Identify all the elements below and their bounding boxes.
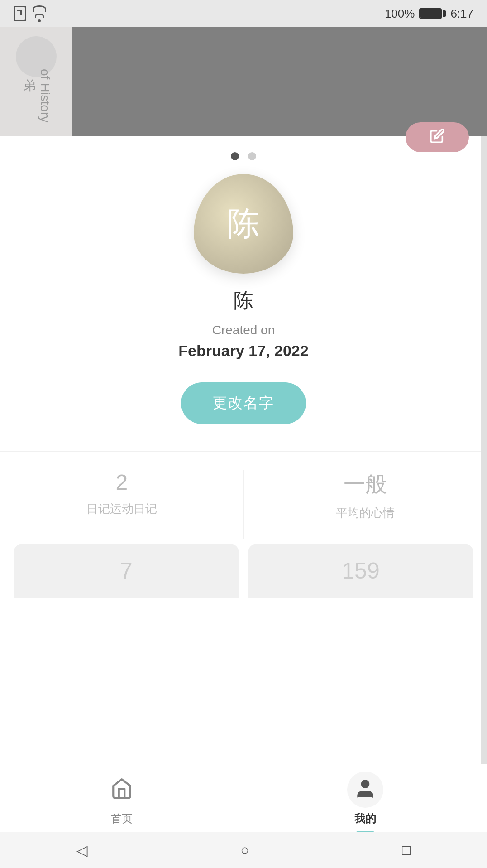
change-name-button[interactable]: 更改名字 bbox=[181, 382, 306, 424]
card-2: 159 bbox=[248, 544, 473, 598]
stat-diary-value: 2 bbox=[115, 470, 128, 495]
card-2-value: 159 bbox=[342, 558, 379, 584]
stat-diary: 2 日记运动日记 bbox=[0, 470, 244, 539]
battery-percentage: 100% bbox=[385, 7, 415, 21]
created-label: Created on bbox=[0, 323, 487, 338]
clock: 6:17 bbox=[450, 7, 473, 21]
person-icon-wrap bbox=[347, 772, 383, 808]
card-1-value: 7 bbox=[120, 558, 133, 584]
sim-icon bbox=[14, 6, 26, 21]
dot-2[interactable] bbox=[248, 152, 256, 160]
profile-name: 陈 bbox=[0, 287, 487, 314]
nav-label-mine: 我的 bbox=[354, 811, 376, 826]
home-icon-wrap bbox=[104, 772, 140, 808]
wifi-icon bbox=[33, 5, 46, 22]
edit-button[interactable] bbox=[406, 122, 469, 152]
created-date: February 17, 2022 bbox=[0, 342, 487, 360]
home-icon bbox=[110, 777, 133, 802]
card-1: 7 bbox=[14, 544, 239, 598]
avatar-section: 陈 bbox=[0, 174, 487, 274]
status-left bbox=[14, 5, 46, 22]
avatar-char: 陈 bbox=[227, 202, 260, 246]
bottom-nav: 首页 我的 bbox=[0, 764, 487, 832]
battery-icon bbox=[419, 8, 446, 19]
status-bar: 100% 6:17 bbox=[0, 0, 487, 27]
stat-mood-label: 平均的心情 bbox=[336, 505, 395, 521]
nav-item-mine[interactable]: 我的 bbox=[244, 772, 487, 834]
android-nav-bar: ◁ ○ □ bbox=[0, 832, 487, 868]
book-scroll-area[interactable]: of History 弟 bbox=[0, 27, 487, 136]
cards-row: 7 159 bbox=[0, 544, 487, 598]
android-recent-button[interactable]: □ bbox=[402, 842, 411, 858]
stat-mood: 一般 平均的心情 bbox=[244, 470, 487, 539]
dot-1[interactable] bbox=[231, 152, 239, 160]
main-content: of History 弟 陈 陈 Created on February 17,… bbox=[0, 27, 487, 809]
book-item-left: of History 弟 bbox=[0, 27, 72, 136]
android-back-button[interactable]: ◁ bbox=[76, 842, 88, 859]
svg-point-0 bbox=[362, 780, 369, 788]
nav-label-home: 首页 bbox=[111, 811, 133, 826]
book-side-text: of History 弟 bbox=[20, 69, 52, 122]
status-right: 100% 6:17 bbox=[385, 7, 473, 21]
avatar: 陈 bbox=[194, 174, 293, 274]
stats-row: 2 日记运动日记 一般 平均的心情 bbox=[0, 451, 487, 539]
book-item-main bbox=[72, 27, 487, 136]
stat-mood-value: 一般 bbox=[344, 470, 387, 499]
pencil-icon bbox=[430, 128, 445, 147]
stat-diary-label: 日记运动日记 bbox=[86, 501, 157, 517]
android-home-button[interactable]: ○ bbox=[240, 842, 249, 858]
scrollbar-track[interactable] bbox=[481, 27, 487, 832]
nav-item-home[interactable]: 首页 bbox=[0, 772, 244, 826]
person-icon bbox=[354, 777, 377, 802]
